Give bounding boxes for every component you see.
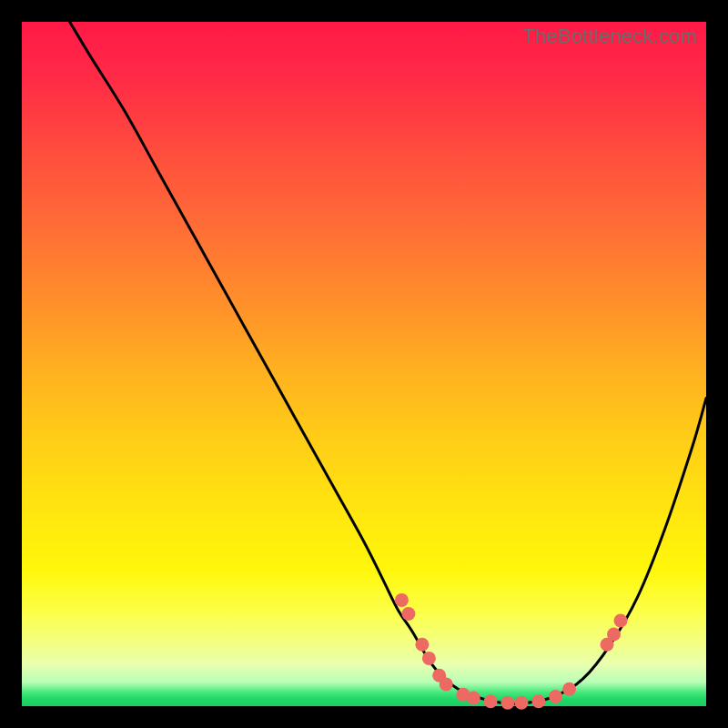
curve-marker (467, 692, 480, 705)
curve-marker (500, 696, 514, 710)
curve-marker (484, 694, 498, 708)
curve-marker (415, 638, 429, 652)
curve-marker (531, 694, 545, 708)
watermark-text: TheBottleneck.com (522, 25, 697, 48)
curve-marker (401, 607, 415, 621)
curve-marker (614, 614, 628, 628)
curve-marker (607, 628, 621, 642)
bottleneck-curve (70, 22, 706, 703)
curve-markers (395, 593, 628, 710)
curve-marker (562, 682, 576, 696)
curve-layer (22, 22, 706, 706)
curve-marker (440, 677, 453, 691)
chart-frame: TheBottleneck.com (22, 22, 706, 706)
curve-marker (395, 593, 409, 607)
curve-marker (422, 652, 436, 665)
curve-marker (549, 690, 562, 703)
curve-marker (515, 696, 529, 710)
